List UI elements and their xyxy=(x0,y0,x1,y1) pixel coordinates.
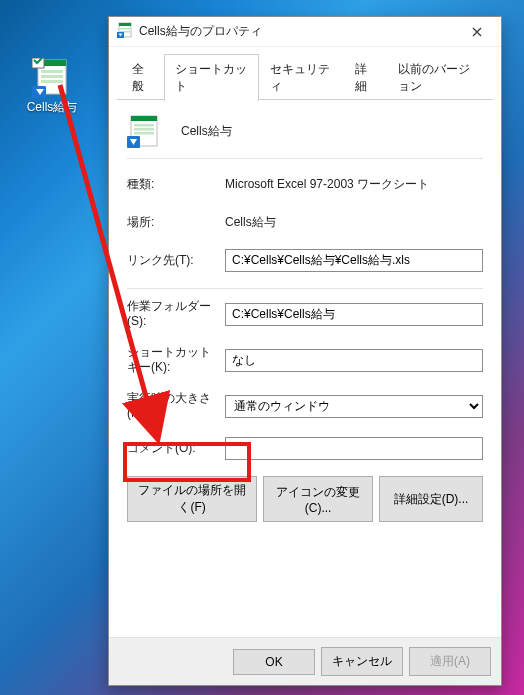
location-value: Cells給与 xyxy=(225,214,276,231)
location-label: 場所: xyxy=(127,215,225,230)
tab-general[interactable]: 全般 xyxy=(121,54,164,101)
svg-rect-3 xyxy=(41,75,63,78)
app-name-text: Cells給与 xyxy=(181,123,232,140)
shortcut-tab-content: Cells給与 種類: Microsoft Excel 97-2003 ワークシ… xyxy=(109,100,501,637)
type-label: 種類: xyxy=(127,177,225,192)
svg-rect-16 xyxy=(134,132,154,135)
comment-label: コメント(O): xyxy=(127,441,225,456)
shortcutkey-input[interactable] xyxy=(225,349,483,372)
excel-file-icon xyxy=(32,58,72,98)
type-value: Microsoft Excel 97-2003 ワークシート xyxy=(225,176,429,193)
svg-rect-15 xyxy=(134,128,154,131)
dialog-title: Cells給与のプロパティ xyxy=(139,23,457,40)
app-large-icon xyxy=(127,114,161,148)
svg-rect-4 xyxy=(41,80,63,83)
properties-dialog: Cells給与のプロパティ 全般 ショートカット セキュリティ 詳細 以前のバー… xyxy=(108,16,502,686)
comment-input[interactable] xyxy=(225,437,483,460)
desktop-shortcut-label: Cells給与 xyxy=(24,100,80,114)
target-input[interactable] xyxy=(225,249,483,272)
svg-rect-8 xyxy=(119,23,131,26)
svg-rect-13 xyxy=(131,116,157,121)
shortcutkey-label: ショートカット キー(K): xyxy=(127,345,225,375)
svg-rect-9 xyxy=(120,28,130,30)
run-select[interactable]: 通常のウィンドウ xyxy=(225,395,483,418)
svg-rect-2 xyxy=(41,70,63,73)
dialog-footer: OK キャンセル 適用(A) xyxy=(109,637,501,685)
run-label: 実行時の大きさ(R): xyxy=(127,391,225,421)
tabs: 全般 ショートカット セキュリティ 詳細 以前のバージョン xyxy=(109,47,501,100)
change-icon-button[interactable]: アイコンの変更(C)... xyxy=(263,476,373,522)
cancel-button[interactable]: キャンセル xyxy=(321,647,403,676)
tab-security[interactable]: セキュリティ xyxy=(259,54,344,101)
open-file-location-button[interactable]: ファイルの場所を開く(F) xyxy=(127,476,257,522)
titlebar-file-icon xyxy=(117,22,133,41)
close-button[interactable] xyxy=(457,18,497,46)
advanced-button[interactable]: 詳細設定(D)... xyxy=(379,476,483,522)
tab-previous-versions[interactable]: 以前のバージョン xyxy=(387,54,493,101)
startin-input[interactable] xyxy=(225,303,483,326)
svg-rect-14 xyxy=(134,124,154,127)
titlebar: Cells給与のプロパティ xyxy=(109,17,501,47)
target-label: リンク先(T): xyxy=(127,253,225,268)
startin-label: 作業フォルダー(S): xyxy=(127,299,225,329)
tab-shortcut[interactable]: ショートカット xyxy=(164,54,259,101)
ok-button[interactable]: OK xyxy=(233,649,315,675)
apply-button: 適用(A) xyxy=(409,647,491,676)
desktop-shortcut-icon[interactable]: Cells給与 xyxy=(24,58,80,114)
tab-details[interactable]: 詳細 xyxy=(344,54,387,101)
